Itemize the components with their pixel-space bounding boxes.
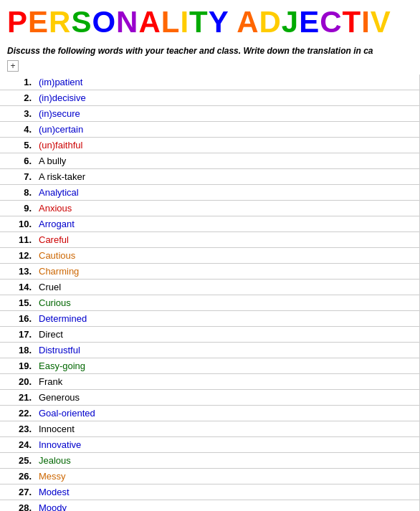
table-cell-empty — [417, 374, 419, 390]
table-cell-empty — [417, 390, 419, 406]
table-row: 27.Modest — [0, 484, 420, 500]
table-cell-empty — [417, 169, 419, 185]
table-cell-empty — [417, 469, 419, 484]
word-text: Determined — [36, 311, 417, 327]
table-row: 18.Distrustful — [0, 343, 420, 358]
word-text: Moody — [36, 500, 417, 511]
word-text: Arrogant — [36, 216, 417, 232]
table-row: 11.Careful — [0, 232, 420, 248]
table-cell-empty — [417, 295, 419, 311]
header: PERSONALITY ADJECTIV — [0, 0, 420, 42]
word-text: Generous — [36, 390, 417, 406]
word-text: Jealous — [36, 453, 417, 469]
word-text: (un)certain — [36, 122, 417, 138]
word-text: Cautious — [36, 248, 417, 264]
table-cell-empty — [417, 453, 419, 469]
table-cell-empty — [417, 232, 419, 248]
word-number: 28. — [0, 500, 36, 511]
table-row: 13.Charming — [0, 264, 420, 280]
table-cell-empty — [417, 406, 419, 421]
word-text: Cruel — [36, 280, 417, 295]
word-number: 18. — [0, 343, 36, 358]
table-cell-empty — [417, 437, 419, 453]
word-text: Innocent — [36, 421, 417, 437]
word-number: 2. — [0, 90, 36, 106]
word-text: (in)decisive — [36, 90, 417, 106]
word-text: A risk-taker — [36, 169, 417, 185]
word-text: Messy — [36, 469, 417, 484]
word-number: 3. — [0, 106, 36, 122]
table-cell-empty — [417, 106, 419, 122]
word-text: A bully — [36, 153, 417, 169]
word-number: 7. — [0, 169, 36, 185]
table-cell-empty — [417, 201, 419, 216]
word-number: 16. — [0, 311, 36, 327]
table-row: 19.Easy-going — [0, 358, 420, 374]
table-row: 4.(un)certain — [0, 122, 420, 138]
word-number: 13. — [0, 264, 36, 280]
table-row: 8.Analytical — [0, 185, 420, 201]
subtitle-text: Discuss the following words with your te… — [7, 46, 420, 56]
table-cell-empty — [417, 327, 419, 343]
word-text: Goal-oriented — [36, 406, 417, 421]
table-row: 5.(un)faithful — [0, 138, 420, 153]
table-cell-empty — [417, 500, 419, 511]
table-cell-empty — [417, 153, 419, 169]
table-row: 20.Frank — [0, 374, 420, 390]
word-text: Direct — [36, 327, 417, 343]
table-row: 23.Innocent — [0, 421, 420, 437]
table-cell-empty — [417, 90, 419, 106]
table-row: 14.Cruel — [0, 280, 420, 295]
word-text: (in)secure — [36, 106, 417, 122]
word-number: 23. — [0, 421, 36, 437]
table-cell-empty — [417, 248, 419, 264]
word-text: Innovative — [36, 437, 417, 453]
word-number: 20. — [0, 374, 36, 390]
word-text: Modest — [36, 484, 417, 500]
word-number: 11. — [0, 232, 36, 248]
table-row: 17.Direct — [0, 327, 420, 343]
table-row: 7.A risk-taker — [0, 169, 420, 185]
word-text: Anxious — [36, 201, 417, 216]
table-cell-empty — [417, 122, 419, 138]
table-cell-empty — [417, 358, 419, 374]
word-number: 14. — [0, 280, 36, 295]
table-row: 15.Curious — [0, 295, 420, 311]
table-cell-empty — [417, 264, 419, 280]
word-number: 8. — [0, 185, 36, 201]
table-cell-empty — [417, 216, 419, 232]
expand-button[interactable]: + — [7, 60, 19, 72]
word-number: 10. — [0, 216, 36, 232]
word-text: Frank — [36, 374, 417, 390]
word-text: (un)faithful — [36, 138, 417, 153]
table-cell-empty — [417, 138, 419, 153]
word-number: 24. — [0, 437, 36, 453]
word-number: 19. — [0, 358, 36, 374]
table-row: 10.Arrogant — [0, 216, 420, 232]
page-title: PERSONALITY ADJECTIV — [7, 6, 413, 39]
table-row: 22.Goal-oriented — [0, 406, 420, 421]
word-text: Distrustful — [36, 343, 417, 358]
word-number: 5. — [0, 138, 36, 153]
table-row: 24.Innovative — [0, 437, 420, 453]
table-row: 28.Moody — [0, 500, 420, 511]
word-number: 1. — [0, 75, 36, 90]
table-row: 26.Messy — [0, 469, 420, 484]
word-text: (im)patient — [36, 75, 417, 90]
table-row: 21.Generous — [0, 390, 420, 406]
table-row: 12.Cautious — [0, 248, 420, 264]
word-number: 22. — [0, 406, 36, 421]
table-cell-empty — [417, 185, 419, 201]
word-number: 27. — [0, 484, 36, 500]
table-row: 25.Jealous — [0, 453, 420, 469]
table-row: 1.(im)patient — [0, 75, 420, 90]
word-text: Careful — [36, 232, 417, 248]
table-cell-empty — [417, 421, 419, 437]
table-cell-empty — [417, 484, 419, 500]
word-number: 9. — [0, 201, 36, 216]
table-cell-empty — [417, 343, 419, 358]
table-row: 16.Determined — [0, 311, 420, 327]
word-number: 12. — [0, 248, 36, 264]
word-number: 15. — [0, 295, 36, 311]
table-row: 2.(in)decisive — [0, 90, 420, 106]
